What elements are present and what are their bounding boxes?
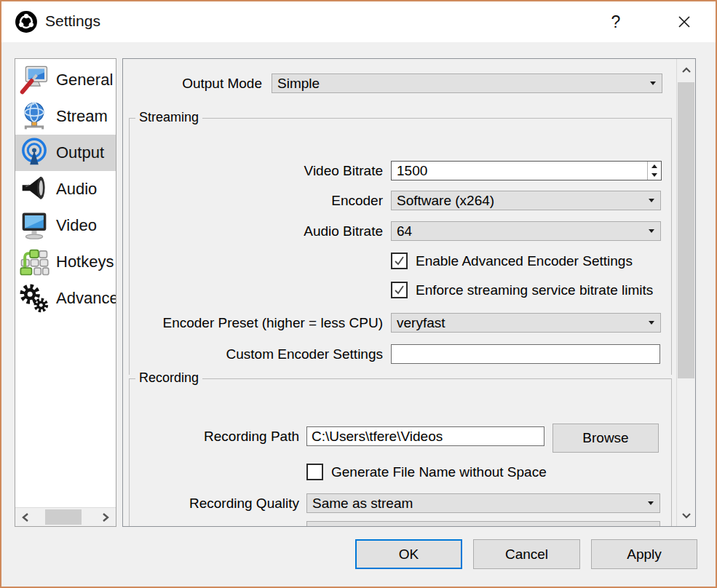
output-settings-panel: Output Mode Simple Streaming Video Bitra… <box>122 58 696 527</box>
stream-icon <box>19 101 49 132</box>
scroll-left-arrow-icon[interactable] <box>20 512 31 523</box>
scroll-right-arrow-icon[interactable] <box>100 512 111 523</box>
recording-path-label: Recording Path <box>152 426 299 446</box>
recording-quality-value: Same as stream <box>312 496 413 511</box>
generate-filename-without-space-checkbox[interactable]: Generate File Name without Space <box>306 464 656 480</box>
close-button[interactable] <box>668 9 700 35</box>
checkbox-checked-icon <box>391 282 408 298</box>
scroll-down-button[interactable] <box>677 504 695 526</box>
checkbox-checked-icon <box>391 253 408 269</box>
enable-advanced-encoder-checkbox[interactable]: Enable Advanced Encoder Settings <box>391 253 660 269</box>
dropdown-caret-icon <box>649 321 654 325</box>
custom-encoder-settings-label: Custom Encoder Settings <box>201 344 383 364</box>
encoder-label: Encoder <box>237 191 383 210</box>
video-bitrate-input[interactable] <box>392 162 646 180</box>
hotkeys-icon <box>19 247 49 277</box>
video-icon <box>19 210 49 241</box>
encoder-dropdown[interactable]: Software (x264) <box>391 191 661 210</box>
output-mode-label: Output Mode <box>160 74 262 93</box>
sidebar-item-video[interactable]: Video <box>15 207 116 244</box>
browse-button[interactable]: Browse <box>552 424 659 453</box>
encoder-preset-label: Encoder Preset (higher = less CPU) <box>128 313 383 333</box>
general-icon <box>19 65 49 95</box>
output-mode-dropdown[interactable]: Simple <box>272 74 662 93</box>
browse-button-label: Browse <box>582 430 628 446</box>
audio-icon <box>19 174 49 204</box>
sidebar-item-label: General <box>56 71 113 90</box>
settings-window: Settings ? General <box>0 0 717 588</box>
sidebar-horizontal-scrollbar <box>15 507 116 526</box>
encoder-preset-dropdown[interactable]: veryfast <box>391 313 661 333</box>
ok-button-label: OK <box>399 547 419 563</box>
video-bitrate-label: Video Bitrate <box>237 161 383 180</box>
checkbox-label: Generate File Name without Space <box>331 464 547 480</box>
panel-vertical-scrollbar <box>676 59 695 526</box>
sidebar-item-audio[interactable]: Audio <box>15 171 116 207</box>
recording-group-title: Recording <box>135 370 202 386</box>
recording-quality-dropdown[interactable]: Same as stream <box>306 493 660 513</box>
dropdown-caret-icon <box>649 229 654 233</box>
streaming-group-title: Streaming <box>135 110 202 125</box>
spin-down-icon <box>651 173 657 177</box>
dropdown-caret-icon <box>650 82 656 85</box>
sidebar-item-label: Video <box>56 216 97 235</box>
spin-up-button[interactable] <box>648 162 661 171</box>
clipped-next-dropdown[interactable] <box>306 521 660 527</box>
apply-button[interactable]: Apply <box>591 539 697 569</box>
enforce-bitrate-limits-checkbox[interactable]: Enforce streaming service bitrate limits <box>391 282 660 298</box>
sidebar-item-label: Hotkeys <box>56 253 114 271</box>
sidebar-item-advanced[interactable]: Advanced <box>15 280 116 317</box>
video-bitrate-spinbox <box>391 161 662 180</box>
recording-path-input[interactable] <box>306 426 544 446</box>
close-icon <box>676 14 692 30</box>
window-title: Settings <box>45 12 100 30</box>
obs-logo-icon <box>15 10 38 33</box>
sidebar-item-label: Stream <box>56 107 108 126</box>
output-icon <box>19 138 49 168</box>
custom-encoder-settings-input[interactable] <box>391 344 660 364</box>
audio-bitrate-dropdown[interactable]: 64 <box>391 221 661 241</box>
titlebar: Settings ? <box>1 1 716 42</box>
dropdown-caret-icon <box>648 501 654 505</box>
scroll-up-button[interactable] <box>677 59 695 81</box>
checkbox-unchecked-icon <box>306 464 323 480</box>
advanced-icon <box>19 283 49 314</box>
encoder-preset-value: veryfast <box>397 315 445 330</box>
output-mode-value: Simple <box>277 76 320 91</box>
horizontal-scrollbar-thumb[interactable] <box>45 509 82 525</box>
chevron-up-icon <box>681 67 692 74</box>
cancel-button[interactable]: Cancel <box>473 539 580 569</box>
apply-button-label: Apply <box>627 547 662 563</box>
help-icon: ? <box>611 12 621 32</box>
sidebar-item-label: Audio <box>56 180 97 199</box>
ok-button[interactable]: OK <box>355 539 462 569</box>
streaming-groupbox: Streaming <box>129 118 672 375</box>
sidebar-item-output[interactable]: Output <box>15 135 116 171</box>
sidebar-item-general[interactable]: General <box>15 62 116 98</box>
checkbox-label: Enable Advanced Encoder Settings <box>416 253 633 269</box>
audio-bitrate-label: Audio Bitrate <box>237 221 383 241</box>
sidebar-item-label: Advanced <box>56 289 116 308</box>
spin-down-button[interactable] <box>648 171 661 180</box>
category-items: General Stream <box>15 62 116 317</box>
encoder-value: Software (x264) <box>397 193 494 208</box>
spin-up-icon <box>651 164 657 168</box>
audio-bitrate-value: 64 <box>397 223 412 239</box>
vertical-scrollbar-thumb[interactable] <box>678 82 694 378</box>
sidebar-item-label: Output <box>56 143 104 162</box>
checkbox-label: Enforce streaming service bitrate limits <box>416 282 653 298</box>
recording-quality-label: Recording Quality <box>152 493 299 513</box>
dropdown-caret-icon <box>649 199 654 202</box>
sidebar-item-hotkeys[interactable]: Hotkeys <box>15 244 116 280</box>
chevron-down-icon <box>681 512 692 519</box>
cancel-button-label: Cancel <box>505 547 548 563</box>
settings-category-list: General Stream <box>15 58 116 527</box>
sidebar-item-stream[interactable]: Stream <box>15 98 116 135</box>
spinner-buttons <box>647 162 661 180</box>
help-button[interactable]: ? <box>601 9 630 35</box>
